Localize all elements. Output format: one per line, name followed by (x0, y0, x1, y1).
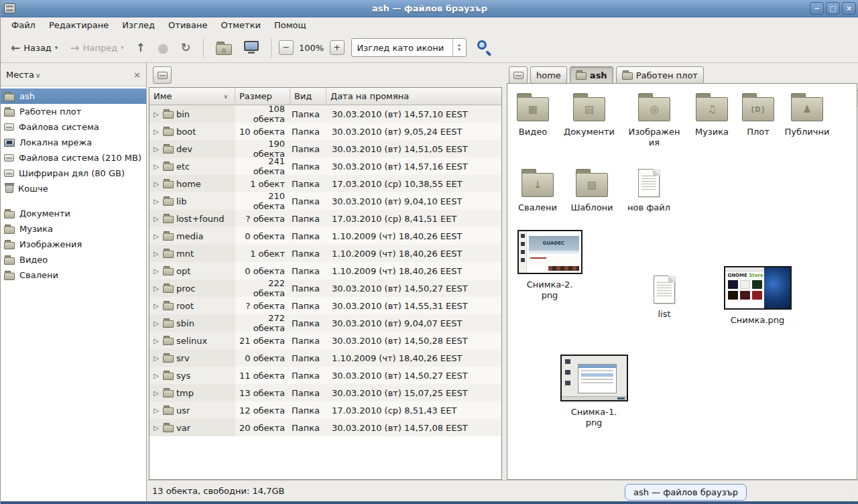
sidebar-item-Музика[interactable]: Музика (1, 221, 146, 237)
sidebar-item-Свалени[interactable]: Свалени (1, 267, 146, 283)
table-row-media[interactable]: ▷media0 обектаПапка1.10.2009 (чт) 18,40,… (149, 227, 501, 245)
back-button[interactable]: ← Назад ▾ (6, 39, 62, 56)
expander-icon[interactable]: ▷ (152, 128, 160, 135)
grid-item-Свалени[interactable]: ↓Свалени (511, 168, 564, 213)
sidebar-item-Файлова система[interactable]: Файлова система (1, 119, 146, 135)
grid-item-Снимка-2.png[interactable]: GUADEC Снимка-2.png (514, 230, 585, 301)
zoom-out-button[interactable]: − (279, 40, 294, 55)
up-button[interactable]: ↑ (131, 39, 150, 56)
table-row-proc[interactable]: ▷proc222 обектаПапка30.03.2010 (вт) 14,5… (149, 279, 501, 297)
expander-icon[interactable]: ▷ (152, 215, 160, 223)
sidebar-close-icon[interactable]: × (133, 70, 141, 80)
table-row-lib[interactable]: ▷lib210 обектаПапка30.03.2010 (вт) 9,04,… (149, 192, 501, 210)
breadcrumb-ash[interactable]: ash (570, 66, 613, 84)
expander-icon[interactable]: ▷ (152, 320, 160, 327)
sidebar-item-Видео[interactable]: Видео (1, 252, 146, 267)
table-row-sys[interactable]: ▷sys11 обектаПапка30.03.2010 (вт) 14,50,… (149, 367, 501, 384)
zoom-in-button[interactable]: + (330, 40, 345, 55)
grid-item-Плот[interactable]: [D]Плот (737, 92, 779, 137)
back-dropdown-icon[interactable]: ▾ (55, 44, 58, 51)
expander-icon[interactable]: ▷ (152, 198, 160, 205)
view-mode-select[interactable]: Изглед като икони ▴▾ (351, 38, 467, 57)
combo-spinner-icon[interactable]: ▴▾ (452, 39, 466, 56)
home-button[interactable]: ⌂ (211, 38, 237, 58)
sidebar-dropdown-icon[interactable]: ∨ (36, 72, 40, 79)
expander-icon[interactable]: ▷ (152, 407, 160, 414)
grid-item-Шаблони[interactable]: ▨Шаблони (565, 168, 619, 213)
sidebar-item-Локална мрежа[interactable]: Локална мрежа (1, 135, 146, 150)
table-row-home[interactable]: ▷home1 обектПапка17.03.2010 (ср) 10,38,5… (149, 175, 501, 192)
expander-icon[interactable]: ▷ (152, 180, 160, 188)
reload-button[interactable]: ↻ (176, 38, 196, 57)
grid-item-Документи[interactable]: ▤Документи (558, 92, 620, 137)
menu-Файл[interactable]: Файл (5, 19, 42, 32)
table-row-tmp[interactable]: ▷tmp13 обектаПапка30.03.2010 (вт) 15,07,… (149, 384, 501, 401)
table-row-dev[interactable]: ▷dev190 обектаПапка30.03.2010 (вт) 14,51… (149, 140, 501, 158)
grid-item-Снимка.png[interactable]: GNOME Store Снимка.png (721, 266, 794, 326)
expander-icon[interactable]: ▷ (152, 267, 160, 275)
breadcrumb-filesystem[interactable] (509, 66, 528, 84)
forward-button[interactable]: → Напред ▾ (65, 39, 128, 56)
sidebar-item-Документи[interactable]: Документи (1, 206, 146, 221)
menu-Отиване[interactable]: Отиване (162, 19, 214, 32)
grid-item-Снимка-1.png[interactable]: Снимка-1.png (557, 355, 631, 428)
sidebar-item-Изображения[interactable]: Изображения (1, 237, 146, 252)
expander-icon[interactable]: ▷ (152, 372, 160, 379)
resize-grip-icon[interactable]: ⋰ (850, 493, 857, 500)
table-row-root[interactable]: ▷root? обектаПапка30.03.2010 (вт) 14,55,… (149, 297, 501, 314)
table-row-srv[interactable]: ▷srv0 обектаПапка1.10.2009 (чт) 18,40,26… (149, 349, 501, 367)
sidebar-title[interactable]: Места (6, 70, 34, 80)
expander-icon[interactable]: ▷ (152, 145, 160, 153)
table-row-boot[interactable]: ▷boot10 обектаПапка30.03.2010 (вт) 9,05,… (149, 123, 501, 140)
table-row-etc[interactable]: ▷etc241 обектаПапка30.03.2010 (вт) 14,57… (149, 158, 501, 175)
filesystem-crumb-button[interactable] (153, 66, 172, 84)
table-row-opt[interactable]: ▷opt0 обектаПапка1.10.2009 (чт) 18,40,26… (149, 262, 501, 279)
column-header-Име[interactable]: Име∨ (149, 88, 235, 105)
grid-item-Изображения[interactable]: ◎Изображения (622, 92, 686, 148)
grid-item-нов файл[interactable]: нов файл (621, 168, 676, 213)
table-row-mnt[interactable]: ▷mnt1 обектПапка1.10.2009 (чт) 18,40,26 … (149, 245, 501, 262)
column-header-Дата на промяна[interactable]: Дата на промяна (326, 88, 501, 105)
minimize-button[interactable]: − (810, 2, 824, 15)
expander-icon[interactable]: ▷ (152, 355, 160, 362)
expander-icon[interactable]: ▷ (152, 111, 160, 118)
sidebar-item-ash[interactable]: ash (1, 88, 146, 104)
table-row-sbin[interactable]: ▷sbin272 обектаПапка30.03.2010 (вт) 9,04… (149, 314, 501, 332)
computer-button[interactable] (239, 38, 263, 58)
menu-Изглед[interactable]: Изглед (115, 19, 162, 32)
grid-item-Музика[interactable]: ♫Музика (686, 92, 737, 137)
sidebar-item-Шифриран дял (80 GB)[interactable]: Шифриран дял (80 GB) (1, 166, 146, 181)
expander-icon[interactable]: ▷ (152, 285, 160, 292)
close-button[interactable]: × (842, 2, 856, 15)
menu-Отметки[interactable]: Отметки (214, 19, 267, 32)
downloads-emblem-icon: ↓ (534, 180, 542, 190)
expander-icon[interactable]: ▷ (152, 337, 160, 344)
expander-icon[interactable]: ▷ (152, 389, 160, 397)
expander-icon[interactable]: ▷ (152, 250, 160, 257)
sidebar-item-Файлова система (210 MB)[interactable]: Файлова система (210 MB) (1, 150, 146, 166)
table-row-usr[interactable]: ▷usr12 обектаПапка17.03.2010 (ср) 8,51,4… (149, 401, 501, 419)
grid-item-Публични[interactable]: ♟Публични (780, 92, 835, 137)
table-row-var[interactable]: ▷var20 обектаПапка30.03.2010 (вт) 14,57,… (149, 419, 501, 436)
menu-Редактиране[interactable]: Редактиране (42, 19, 115, 32)
column-header-Размер[interactable]: Размер (235, 88, 290, 105)
column-header-Вид[interactable]: Вид (290, 88, 326, 105)
grid-item-list[interactable]: list (637, 274, 691, 320)
image-thumbnail: GUADEC (517, 230, 583, 274)
grid-item-Видео[interactable]: ▦Видео (507, 92, 558, 137)
table-row-bin[interactable]: ▷bin108 обектаПапка30.03.2010 (вт) 14,57… (149, 105, 501, 123)
sidebar-item-Кошче[interactable]: Кошче (1, 181, 146, 196)
taskbar-window-label[interactable]: ash — файлов браузър (625, 484, 747, 501)
maximize-button[interactable]: □ (826, 2, 840, 15)
expander-icon[interactable]: ▷ (152, 424, 160, 432)
table-row-lost+found[interactable]: ▷lost+found? обектаПапка17.03.2010 (ср) … (149, 210, 501, 227)
breadcrumb-home[interactable]: home (530, 66, 567, 84)
sidebar-item-Работен плот[interactable]: Работен плот (1, 104, 146, 119)
expander-icon[interactable]: ▷ (152, 233, 160, 240)
expander-icon[interactable]: ▷ (152, 302, 160, 310)
expander-icon[interactable]: ▷ (152, 163, 160, 170)
search-button[interactable] (476, 39, 493, 56)
breadcrumb-Работен плот[interactable]: Работен плот (616, 66, 704, 84)
menu-Помощ[interactable]: Помощ (267, 19, 313, 32)
table-row-selinux[interactable]: ▷selinux21 обектаПапка30.03.2010 (вт) 14… (149, 332, 501, 349)
